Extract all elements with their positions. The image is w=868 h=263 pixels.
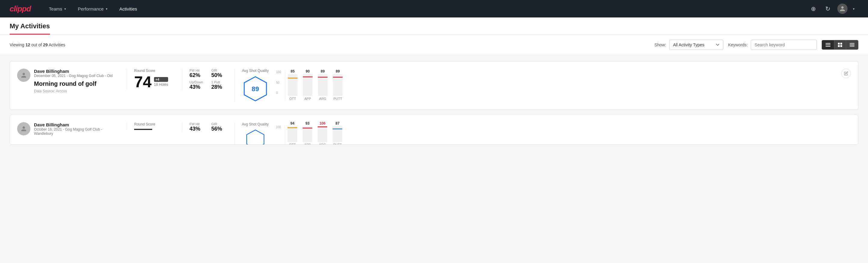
putt-bar-fill [333,81,343,96]
card-info: Dave Billingham December 05, 2021 - Gog … [34,68,119,93]
avg-shot-quality-section-2: Avg Shot Quality 100 94 OTT [234,122,851,145]
ott-bar-col: 85 OTT [288,69,298,100]
viewing-count-text: Viewing 12 out of 29 Activities [10,42,650,47]
arg2-bar [318,126,327,142]
bar-chart: 100 50 0 85 OTT [276,70,343,100]
app-bar-marker [303,77,312,77]
arg-bar-fill [318,81,328,96]
nav-teams[interactable]: Teams ▾ [43,0,72,18]
svg-rect-9 [850,45,855,46]
quality-hexagon: Avg Shot Quality 89 [242,68,269,102]
show-filter: Show: All Activity Types [654,40,723,50]
navbar: clippd Teams ▾ Performance ▾ Activities … [0,0,868,18]
activity-title: Morning round of golf [34,80,119,87]
arg-value: 89 [320,69,324,74]
grid-view-button[interactable] [834,40,846,49]
score-main: 74 +4 18 Holes [134,74,175,90]
add-icon[interactable]: ⊕ [808,4,818,13]
app2-label: APP [304,143,311,145]
oneputt-label: 1 Putt [211,80,227,84]
page-header: My Activities [0,18,868,35]
ott-label: OTT [289,97,296,100]
arg-bar-marker [318,77,328,78]
card-left: Dave Billingham December 05, 2021 - Gog … [17,68,119,93]
refresh-icon[interactable]: ↻ [823,4,833,13]
ott2-bar [287,126,297,142]
fw-hit-value-2: 43% [189,126,206,132]
activity-date: December 05, 2021 - Gog Magog Golf Club … [34,74,119,78]
compact-view-button[interactable] [846,40,858,49]
arg-label: ARG [319,97,326,100]
player-avatar-2 [17,122,30,136]
player-name: Dave Billingham [34,68,119,74]
app-label: APP [304,97,311,100]
edit-button[interactable] [841,68,851,78]
keywords-filter: Keywords: [728,40,817,50]
fw-hit-label-2: FW Hit [189,122,206,126]
putt2-bar [333,126,342,142]
show-label: Show: [654,42,666,47]
app2-value: 93 [305,121,309,125]
page-title: My Activities [10,22,50,35]
fw-hit-label: FW Hit [189,68,206,72]
quality-label-2: Avg Shot Quality [242,122,269,126]
view-toggle [822,40,858,50]
app2-bar [303,126,312,142]
score-holes: 18 Holes [154,83,168,87]
card-left-2: Dave Billingham October 16, 2021 - Gog M… [17,122,119,138]
app-logo[interactable]: clippd [10,4,31,13]
ott-bar-fill [288,83,298,96]
putt2-value: 87 [335,121,339,125]
teams-chevron-icon: ▾ [64,7,66,10]
avatar [837,4,847,14]
round-score-label: Round Score [134,68,175,73]
ott-bar-wrap [288,74,298,96]
oneputt-stat: 1 Putt 28% [211,80,227,90]
svg-rect-4 [840,43,842,45]
keywords-input[interactable] [751,40,817,50]
quality-hexagon-2: Avg Shot Quality [242,122,269,145]
data-source: Data Source: Arccos [34,89,119,93]
svg-marker-13 [247,130,264,145]
arg2-value: 106 [319,121,326,125]
fw-hit-value: 62% [189,72,206,79]
score-placeholder [134,129,152,130]
performance-chevron-icon: ▾ [106,7,107,10]
navbar-right: ⊕ ↻ ▾ [808,4,858,14]
activity-card-2: Dave Billingham October 16, 2021 - Gog M… [10,115,858,145]
user-menu[interactable]: ▾ [837,4,858,14]
ott2-bar-col: 94 OTT [287,121,297,145]
svg-rect-10 [850,46,855,47]
gir-value: 50% [211,72,227,79]
y-label-50: 50 [276,81,281,84]
ott-value: 85 [290,69,294,74]
card-stats-2: FW Hit 43% GIR 56% [182,122,227,132]
app2-marker [303,127,312,128]
gir-label: GIR [211,68,227,72]
y-label-100: 100 [276,70,281,74]
ott-bar-marker [288,78,298,79]
nav-performance[interactable]: Performance ▾ [72,0,114,18]
gir-stat: GIR 50% [211,68,227,79]
oneputt-value: 28% [211,84,227,90]
nav-activities[interactable]: Activities [114,0,143,18]
app-bar-col: 90 APP [303,69,312,100]
bar-chart-2: 100 94 OTT 93 APP [276,125,342,145]
putt-bar-col: 89 PUTT [333,69,343,100]
activity-type-select[interactable]: All Activity Types [669,40,723,50]
hexagon-svg: 89 [242,75,269,102]
list-view-button[interactable] [822,40,834,49]
score-badge: +4 [154,77,168,82]
arg-bar-col: 89 ARG [318,69,328,100]
bars-row-2: 94 OTT 93 APP 106 [285,125,342,145]
bars-row: 85 OTT 90 APP [285,70,343,100]
player-name-2: Dave Billingham [34,122,119,127]
updown-value: 43% [189,84,206,90]
round-score-section-2: Round Score [127,122,175,130]
activity-card: Dave Billingham December 05, 2021 - Gog … [10,61,858,110]
hexagon-svg-2 [245,129,266,145]
svg-rect-0 [826,43,830,43]
round-score-section: Round Score 74 +4 18 Holes [127,68,175,90]
nav-items: Teams ▾ Performance ▾ Activities [43,0,808,18]
updown-label: Up/Down [189,80,206,84]
